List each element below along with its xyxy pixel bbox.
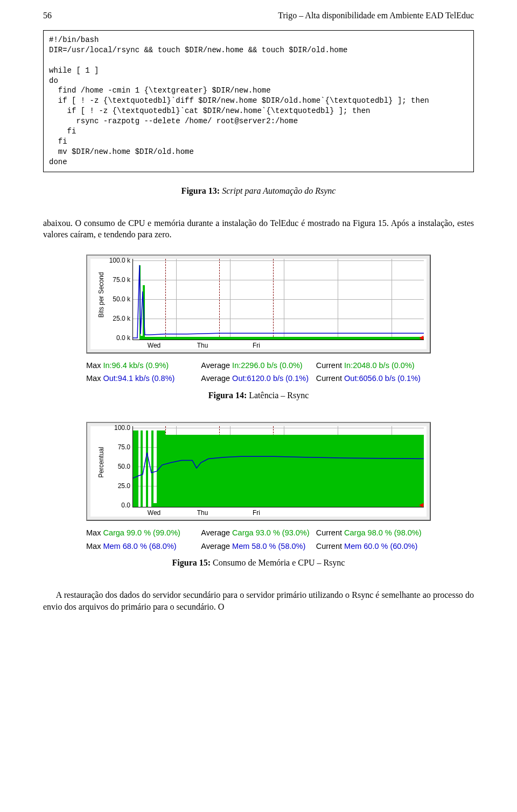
fig14-plot-area: ◄ (132, 259, 424, 340)
fig14-xticks: Wed Thu Fri (132, 340, 423, 349)
page-body: 56 Trigo – Alta disponibilidade em Ambie… (0, 0, 517, 634)
marker-icon: ◄ (417, 333, 424, 340)
marker-icon: ◄ (417, 500, 424, 507)
fig15-xticks: Wed Thu Fri (132, 507, 423, 517)
figure-14-caption: Figura 14: Latência – Rsync (43, 391, 474, 400)
figure-15-chart: Percentual 100.0 75.0 50.0 25.0 0.0 (86, 422, 431, 521)
figure-13-caption: Figura 13: Script para Automação do Rsyn… (43, 186, 474, 196)
fig14-yticks: 100.0 k 75.0 k 50.0 k 25.0 k 0.0 k (101, 259, 132, 340)
running-header: 56 Trigo – Alta disponibilidade em Ambie… (43, 11, 474, 20)
paragraph-2: A restauração dos dados do servidor secu… (43, 589, 474, 612)
running-title: Trigo – Alta disponibilidade em Ambiente… (278, 11, 474, 20)
code-listing: #!/bin/bash DIR=/usr/local/rsync && touc… (43, 30, 474, 172)
fig14-stats: Max In:96.4 kb/s (0.9%)Average In:2296.0… (86, 359, 431, 385)
figure-14-chart: Bits per Second 100.0 k 75.0 k 50.0 k 25… (86, 255, 431, 354)
page-number: 56 (43, 11, 52, 20)
fig15-plot-area: ◄ (132, 426, 424, 507)
fig15-stats: Max Carga 99.0 % (99.0%)Average Carga 93… (86, 526, 431, 553)
fig15-yticks: 100.0 75.0 50.0 25.0 0.0 (101, 426, 132, 507)
paragraph-1: abaixou. O consumo de CPU e memória dura… (43, 217, 474, 241)
figure-15-caption: Figura 15: Consumo de Memória e CPU – Rs… (43, 558, 474, 568)
